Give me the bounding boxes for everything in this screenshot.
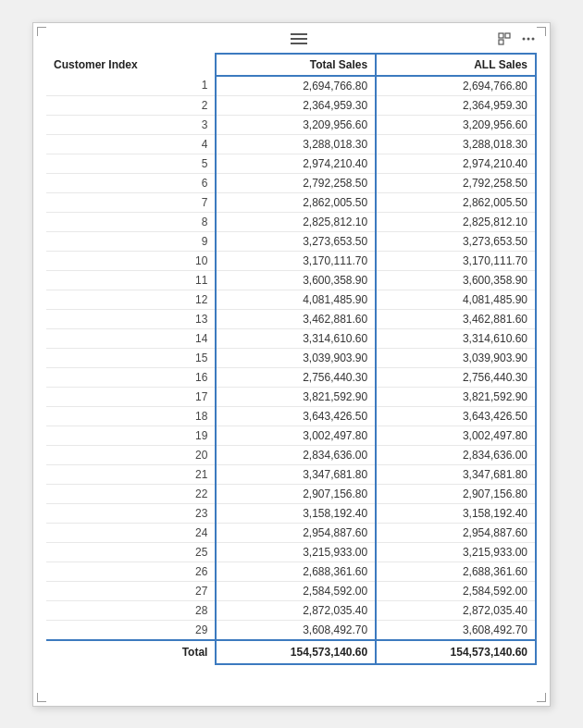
table-row: 16 2,756,440.30 2,756,440.30: [46, 367, 536, 387]
cell-all-sales: 3,314,610.60: [376, 328, 536, 348]
cell-total-sales: 3,608,492.70: [216, 620, 376, 640]
cell-all-sales: 3,170,111.70: [376, 251, 536, 270]
cell-all-sales: 3,273,653.50: [376, 231, 536, 251]
table-row: 6 2,792,258.50 2,792,258.50: [46, 173, 536, 192]
table-row: 13 3,462,881.60 3,462,881.60: [46, 309, 536, 328]
cell-all-sales: 3,347,681.80: [376, 464, 536, 484]
cell-index: 1: [46, 76, 216, 96]
cell-index: 24: [46, 523, 216, 542]
cell-index: 25: [46, 542, 216, 561]
cell-all-sales: 2,954,887.60: [376, 523, 536, 542]
expand-button[interactable]: [496, 31, 513, 47]
cell-all-sales: 2,756,440.30: [376, 367, 536, 387]
menu-icon[interactable]: [291, 33, 307, 44]
table-row: 2 2,364,959.30 2,364,959.30: [46, 95, 536, 115]
svg-point-4: [527, 37, 530, 40]
cell-all-sales: 3,821,592.90: [376, 387, 536, 406]
cell-total-sales: 2,974,210.40: [216, 154, 376, 173]
cell-all-sales: 3,039,903.90: [376, 348, 536, 367]
table-row: 9 3,273,653.50 3,273,653.50: [46, 231, 536, 251]
cell-total-sales: 2,834,636.00: [216, 445, 376, 464]
table-row: 26 2,688,361.60 2,688,361.60: [46, 561, 536, 581]
cell-total-sales: 3,039,903.90: [216, 348, 376, 367]
table-row: 1 2,694,766.80 2,694,766.80: [46, 76, 536, 96]
cell-total-sales: 3,288,018.30: [216, 134, 376, 154]
table-row: 3 3,209,956.60 3,209,956.60: [46, 115, 536, 134]
table-row: 5 2,974,210.40 2,974,210.40: [46, 154, 536, 173]
cell-total-sales: 3,821,592.90: [216, 387, 376, 406]
cell-index: 12: [46, 290, 216, 309]
cell-total-sales: 2,584,592.00: [216, 581, 376, 600]
cell-all-sales: 2,792,258.50: [376, 173, 536, 192]
cell-index: 23: [46, 503, 216, 523]
cell-total-sales: 3,215,933.00: [216, 542, 376, 561]
cell-total-sales: 2,825,812.10: [216, 212, 376, 231]
cell-total-sales: 3,347,681.80: [216, 464, 376, 484]
cell-index: 29: [46, 620, 216, 640]
cell-all-sales: 2,907,156.80: [376, 484, 536, 503]
cell-total-sales: 2,907,156.80: [216, 484, 376, 503]
cell-total-sales: 3,462,881.60: [216, 309, 376, 328]
cell-index: 18: [46, 406, 216, 426]
cell-all-sales: 2,825,812.10: [376, 212, 536, 231]
svg-point-5: [532, 37, 535, 40]
table-row: 14 3,314,610.60 3,314,610.60: [46, 328, 536, 348]
cell-all-sales: 3,462,881.60: [376, 309, 536, 328]
cell-all-sales: 2,688,361.60: [376, 561, 536, 581]
cell-total-sales: 3,002,497.80: [216, 426, 376, 445]
cell-index: 28: [46, 600, 216, 620]
cell-index: 13: [46, 309, 216, 328]
table-row: 8 2,825,812.10 2,825,812.10: [46, 212, 536, 231]
cell-all-sales: 3,600,358.90: [376, 270, 536, 290]
svg-rect-2: [499, 40, 503, 44]
table-row: 20 2,834,636.00 2,834,636.00: [46, 445, 536, 464]
cell-total-sales: 2,688,361.60: [216, 561, 376, 581]
cell-index: 6: [46, 173, 216, 192]
cell-total-sales: 3,273,653.50: [216, 231, 376, 251]
cell-index: 20: [46, 445, 216, 464]
cell-all-sales: 2,584,592.00: [376, 581, 536, 600]
cell-all-sales: 2,364,959.30: [376, 95, 536, 115]
cell-all-sales: 2,834,636.00: [376, 445, 536, 464]
cell-index: 8: [46, 212, 216, 231]
cell-total-sales: 2,862,005.50: [216, 192, 376, 212]
cell-index: 4: [46, 134, 216, 154]
col-header-total-sales: Total Sales: [216, 54, 376, 76]
cell-total-sales: 4,081,485.90: [216, 290, 376, 309]
cell-total-sales: 2,954,887.60: [216, 523, 376, 542]
table-row: 10 3,170,111.70 3,170,111.70: [46, 251, 536, 270]
cell-index: 17: [46, 387, 216, 406]
table-row: 11 3,600,358.90 3,600,358.90: [46, 270, 536, 290]
more-options-button[interactable]: [520, 35, 537, 43]
cell-index: 26: [46, 561, 216, 581]
cell-index: 15: [46, 348, 216, 367]
cell-index: 7: [46, 192, 216, 212]
cell-total-sales: 2,694,766.80: [216, 76, 376, 96]
footer-total-sales: 154,573,140.60: [216, 640, 376, 664]
cell-index: 3: [46, 115, 216, 134]
svg-point-3: [523, 37, 526, 40]
cell-all-sales: 2,872,035.40: [376, 600, 536, 620]
cell-total-sales: 3,643,426.50: [216, 406, 376, 426]
table-row: 15 3,039,903.90 3,039,903.90: [46, 348, 536, 367]
cell-index: 27: [46, 581, 216, 600]
cell-index: 19: [46, 426, 216, 445]
table-row: 23 3,158,192.40 3,158,192.40: [46, 503, 536, 523]
table-row: 19 3,002,497.80 3,002,497.80: [46, 426, 536, 445]
table-row: 18 3,643,426.50 3,643,426.50: [46, 406, 536, 426]
table-row: 21 3,347,681.80 3,347,681.80: [46, 464, 536, 484]
cell-total-sales: 2,872,035.40: [216, 600, 376, 620]
cell-total-sales: 2,792,258.50: [216, 173, 376, 192]
cell-total-sales: 2,756,440.30: [216, 367, 376, 387]
table-container[interactable]: Customer Index Total Sales ALL Sales 1 2…: [33, 53, 550, 689]
cell-all-sales: 3,158,192.40: [376, 503, 536, 523]
col-header-all-sales: ALL Sales: [376, 54, 536, 76]
cell-index: 10: [46, 251, 216, 270]
cell-index: 2: [46, 95, 216, 115]
table-row: 25 3,215,933.00 3,215,933.00: [46, 542, 536, 561]
cell-index: 22: [46, 484, 216, 503]
table-row: 12 4,081,485.90 4,081,485.90: [46, 290, 536, 309]
table-row: 27 2,584,592.00 2,584,592.00: [46, 581, 536, 600]
footer-label: Total: [46, 640, 216, 664]
cell-all-sales: 2,862,005.50: [376, 192, 536, 212]
